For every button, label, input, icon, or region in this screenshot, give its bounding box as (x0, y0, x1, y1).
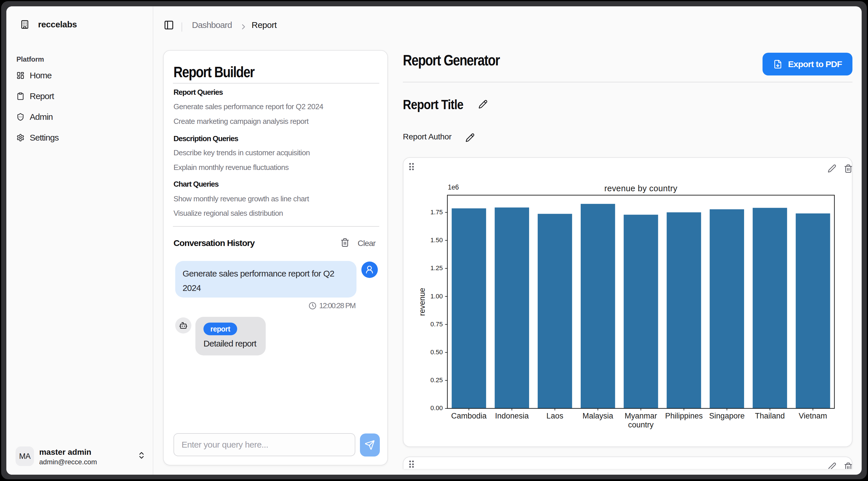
svg-text:1e6: 1e6 (448, 184, 459, 191)
svg-text:Singapore: Singapore (709, 412, 745, 420)
svg-text:1.50: 1.50 (431, 236, 443, 244)
svg-text:Thailand: Thailand (755, 412, 785, 420)
svg-text:1.25: 1.25 (431, 264, 443, 271)
svg-text:Laos: Laos (547, 412, 563, 420)
svg-text:country: country (628, 420, 654, 429)
svg-text:Philippines: Philippines (665, 412, 703, 420)
svg-text:Myanmar: Myanmar (625, 412, 657, 420)
svg-text:Vietnam: Vietnam (799, 412, 827, 420)
svg-text:Indonesia: Indonesia (495, 412, 529, 420)
svg-text:0.50: 0.50 (431, 349, 443, 356)
svg-text:0.25: 0.25 (431, 377, 443, 384)
svg-text:Malaysia: Malaysia (582, 412, 614, 420)
svg-text:revenue by country: revenue by country (604, 184, 678, 193)
svg-text:1.00: 1.00 (431, 293, 443, 300)
svg-text:revenue: revenue (418, 288, 427, 316)
svg-text:0.00: 0.00 (431, 405, 443, 412)
svg-text:1.75: 1.75 (431, 209, 443, 216)
svg-text:Cambodia: Cambodia (451, 412, 487, 420)
svg-text:0.75: 0.75 (431, 321, 443, 328)
